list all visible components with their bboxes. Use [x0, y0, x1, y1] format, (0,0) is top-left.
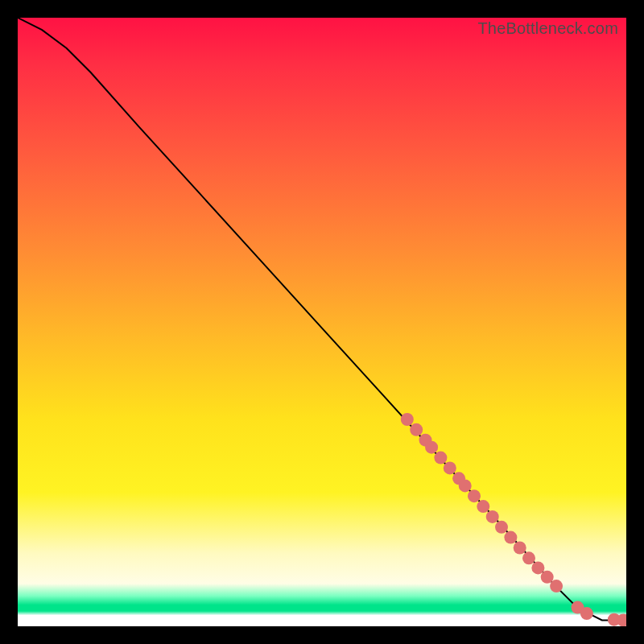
data-point: [495, 521, 508, 534]
data-point: [550, 580, 563, 592]
data-point: [580, 607, 593, 620]
data-point: [425, 441, 438, 454]
data-point: [468, 489, 481, 502]
data-point: [477, 500, 489, 513]
data-point: [410, 423, 423, 436]
data-point: [486, 510, 499, 523]
data-point: [401, 413, 414, 426]
chart-overlay: [18, 18, 626, 626]
data-point: [531, 561, 544, 574]
data-point: [504, 531, 517, 544]
data-point: [444, 461, 456, 474]
data-point: [541, 571, 554, 584]
data-point: [434, 452, 447, 464]
plot-area: TheBottleneck.com: [18, 18, 626, 626]
data-points-group: [401, 413, 626, 626]
data-point: [459, 479, 472, 492]
data-point: [514, 542, 526, 555]
data-point: [522, 551, 535, 564]
chart-frame: TheBottleneck.com: [0, 0, 644, 644]
bottleneck-curve: [18, 18, 626, 620]
